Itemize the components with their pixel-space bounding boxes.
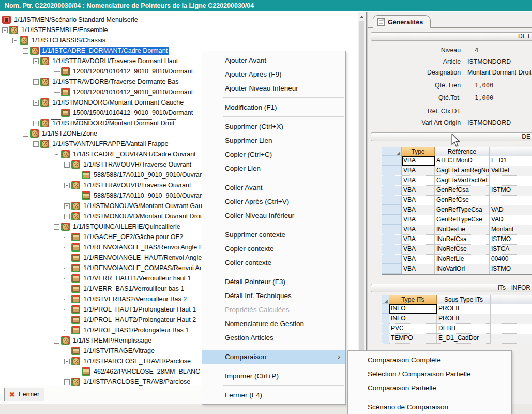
grid-cell[interactable]: ATFCTMonD: [435, 156, 490, 166]
collapse-icon[interactable]: −: [54, 338, 59, 344]
grid-cell[interactable]: GenRefTypeCse: [435, 215, 490, 225]
row-selector[interactable]: [382, 166, 402, 176]
menu-item-gestion-articles[interactable]: Gestion Articles: [202, 331, 345, 345]
row-selector[interactable]: [382, 304, 389, 314]
grid-cell[interactable]: VBA: [402, 225, 435, 235]
collapse-icon[interactable]: −: [2, 27, 8, 33]
grid-cell[interactable]: VBA: [402, 166, 435, 176]
select-all-corner-icon[interactable]: ◢: [382, 295, 389, 304]
grid-cell[interactable]: [491, 314, 532, 324]
table-row[interactable]: VBAINoRefLie00400: [382, 255, 532, 264]
collapse-icon[interactable]: −: [23, 48, 28, 54]
tree-item[interactable]: −1/1/ISTENSEMBLE/Ensemble: [0, 25, 358, 35]
menu-item-proprietes-calculees[interactable]: Propriétés Calculées: [202, 303, 345, 317]
column-header-reference[interactable]: Référence: [435, 147, 490, 156]
grid-cell[interactable]: [490, 176, 532, 186]
menu-item-supprimer-lien[interactable]: Supprimer Lien: [202, 134, 345, 147]
menu-item-scenario-de-comparaison[interactable]: Scénario de Comparaison: [348, 400, 511, 414]
grid-cell[interactable]: INoRefLie: [435, 255, 490, 264]
scrollbar-thumb[interactable]: [359, 21, 364, 385]
grid-cell[interactable]: GagEtaFamRegNom: [435, 166, 490, 176]
grid-cell[interactable]: VBA: [402, 156, 435, 166]
collapse-icon[interactable]: −: [64, 162, 70, 168]
grid-cell[interactable]: [491, 304, 532, 314]
row-selector[interactable]: [382, 314, 389, 324]
menu-item-selection-comparaison-partielle[interactable]: Sélection / Comparaison Partielle: [348, 367, 511, 381]
its-grid[interactable]: ◢Type ITsSous Type ITsINFOPROFILINFOPROF…: [382, 295, 532, 344]
menu-item-modification-f1[interactable]: Modification (F1): [202, 100, 345, 114]
row-selector[interactable]: [382, 245, 402, 255]
grid-cell[interactable]: VBA: [402, 235, 435, 245]
collapse-icon[interactable]: −: [54, 152, 59, 157]
grid-cell[interactable]: VAD: [490, 205, 532, 215]
grid-cell[interactable]: VBA: [402, 245, 435, 255]
grid-cell[interactable]: INoRefCsa: [435, 235, 490, 245]
grid-cell[interactable]: E_D1_CadDor: [437, 334, 491, 344]
grid-cell[interactable]: Montant: [490, 225, 532, 235]
collapse-icon[interactable]: −: [12, 38, 18, 43]
tree-scrollbar[interactable]: [358, 12, 366, 386]
column-header-type[interactable]: Type: [402, 147, 435, 156]
menu-item-copier-lien[interactable]: Copier Lien: [202, 161, 345, 175]
tab-generalites[interactable]: Généralités: [373, 15, 431, 28]
collapse-icon[interactable]: −: [23, 131, 28, 137]
row-selector[interactable]: [382, 225, 402, 235]
grid-cell[interactable]: VBA: [402, 215, 435, 225]
grid-cell[interactable]: 00400: [490, 255, 532, 264]
grid-cell[interactable]: ISTMO: [490, 264, 532, 274]
row-selector[interactable]: [382, 156, 402, 166]
row-selector[interactable]: [382, 215, 402, 225]
row-selector[interactable]: [382, 186, 402, 196]
collapse-icon[interactable]: −: [64, 379, 70, 385]
grid-cell[interactable]: ISTCA: [490, 245, 532, 255]
table-row[interactable]: VBAGagEtaFamRegNomValDef: [382, 166, 532, 176]
table-row[interactable]: VBAGenRefTypeCsaVAD: [382, 205, 532, 215]
column-header-sous-type-its[interactable]: Sous Type ITs: [437, 295, 491, 304]
grid-cell[interactable]: INFO: [389, 304, 437, 314]
grid-cell[interactable]: GenRefCsa: [435, 186, 490, 196]
menu-item-comparaison-complete[interactable]: Comparaison Complète: [348, 353, 511, 367]
table-row[interactable]: VBAINoDesLieMontant: [382, 225, 532, 235]
fermer-button[interactable]: ✖ Fermer: [4, 388, 44, 401]
grid-cell[interactable]: ISTMO: [490, 186, 532, 196]
expand-icon[interactable]: +: [64, 203, 70, 209]
row-selector[interactable]: [382, 205, 402, 215]
grid-cell[interactable]: E_D1_: [490, 156, 532, 166]
grid-cell[interactable]: INoVariOri: [435, 264, 490, 274]
grid-cell[interactable]: INoDesLie: [435, 225, 490, 235]
menu-item-supprimer-contexte[interactable]: Supprimer contexte: [202, 228, 345, 242]
menu-item-fermer-f4[interactable]: Fermer (F4): [202, 388, 345, 402]
grid-cell[interactable]: VBA: [402, 176, 435, 186]
table-row[interactable]: VBAINoVariOriISTMO: [382, 264, 532, 274]
table-row[interactable]: INFOPROFIL: [382, 314, 532, 324]
menu-item-coller-avant[interactable]: Coller Avant: [202, 181, 345, 195]
collapse-icon[interactable]: −: [64, 359, 70, 364]
collapse-icon[interactable]: −: [33, 79, 39, 85]
row-selector[interactable]: [382, 176, 402, 186]
grid-cell[interactable]: VBA: [402, 196, 435, 205]
references-grid[interactable]: ◢TypeRéférenceVBAATFCTMonDE_D1_VBAGagEta…: [382, 147, 532, 275]
grid-cell[interactable]: [491, 324, 532, 334]
grid-cell[interactable]: VAD: [490, 215, 532, 225]
grid-cell[interactable]: GenRefTypeCsa: [435, 205, 490, 215]
grid-cell[interactable]: [490, 196, 532, 205]
grid-cell[interactable]: DEBIT: [437, 324, 491, 334]
table-row[interactable]: VBAGagEtaVarRacRef: [382, 176, 532, 186]
grid-cell[interactable]: VBA: [402, 264, 435, 274]
row-selector[interactable]: [382, 196, 402, 205]
collapse-icon[interactable]: −: [33, 141, 39, 147]
grid-cell[interactable]: ValDef: [490, 166, 532, 176]
table-row[interactable]: PVCDEBIT: [382, 324, 532, 334]
grid-cell[interactable]: VBA: [402, 255, 435, 264]
select-all-corner-icon[interactable]: ◢: [382, 147, 402, 156]
table-row[interactable]: VBAINoRefCsaISTMO: [382, 235, 532, 245]
table-row[interactable]: TEMPOE_D1_CadDor: [382, 334, 532, 344]
menu-item-copier-ctrl-c[interactable]: Copier (Ctrl+C): [202, 147, 345, 161]
scroll-up-icon[interactable]: [358, 12, 366, 21]
menu-item-comparaison-partielle[interactable]: Comparaison Partielle: [348, 381, 511, 395]
expand-icon[interactable]: +: [33, 121, 39, 126]
menu-item-ajouter-apres-f9[interactable]: Ajouter Après (F9): [202, 67, 345, 81]
menu-item-copier-contexte[interactable]: Copier contexte: [202, 242, 345, 256]
menu-item-detail-inf-techniques[interactable]: Détail Inf. Techniques: [202, 289, 345, 303]
menu-item-supprimer-ctrl-x[interactable]: Supprimer (Ctrl+X): [202, 120, 345, 134]
